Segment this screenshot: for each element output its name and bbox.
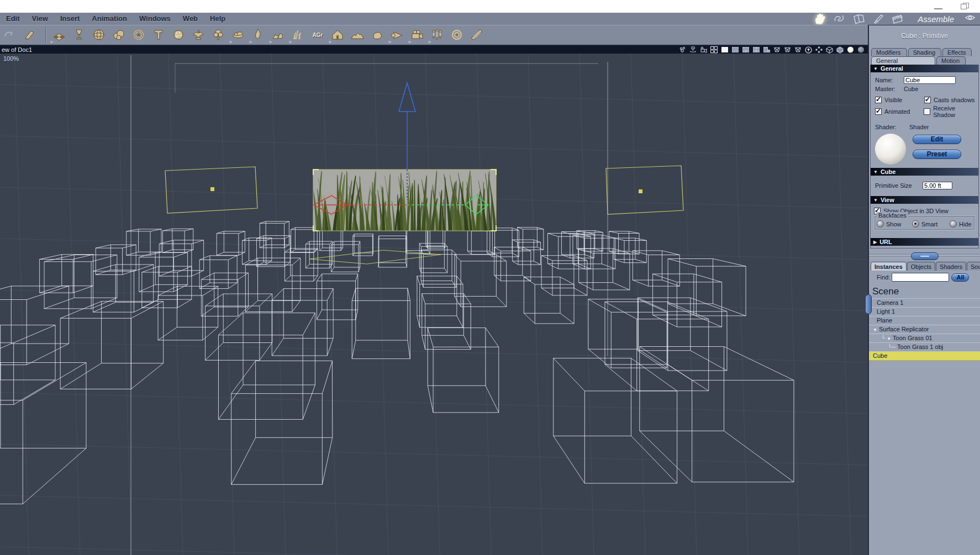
target-icon[interactable] [449,27,465,43]
cloud-icon[interactable]: ▹ [230,27,246,43]
storyboard-room-icon[interactable] [852,13,866,24]
layout-single-icon[interactable] [721,46,728,53]
backfaces-smart-radio[interactable] [912,220,919,228]
menu-insert[interactable]: Insert [54,13,86,25]
splitter-pill-handle[interactable] [911,252,939,260]
minimize-icon[interactable] [934,3,942,9]
backfaces-show-radio[interactable] [877,220,884,228]
tab-effects[interactable]: Effects [942,48,972,56]
sphere-icon[interactable] [91,27,107,43]
tree-item-toon-grass-01[interactable]: └ ▼Toon Grass 01 [869,334,980,343]
find-all-button[interactable]: All [951,273,969,282]
animated-checkbox[interactable] [875,108,882,115]
boulder-icon[interactable] [369,27,386,43]
preset-button[interactable]: Preset [913,150,961,159]
tree-item-plane[interactable]: Plane [869,316,980,325]
texture-room-icon[interactable] [871,13,886,24]
particle-emitter-icon[interactable] [170,27,187,43]
house-icon[interactable]: ▹ [329,27,346,43]
render-room-icon[interactable] [891,13,905,24]
bone-icon[interactable] [468,27,485,43]
name-input[interactable] [904,76,956,84]
shader-value: Shader [909,124,929,130]
section-url[interactable]: ▶ URL [871,238,978,246]
layout-3pane-icon[interactable] [742,46,749,53]
frustum-3-icon[interactable] [794,46,802,53]
terrain-icon[interactable] [349,27,366,43]
layout-lpane-icon[interactable] [763,46,770,53]
tree-item-camera1[interactable]: Camera 1 [869,299,980,308]
assemble-room-icon[interactable] [813,13,828,24]
tree-item-surface-replicator[interactable]: ▼Surface Replicator [869,325,980,334]
fire-icon[interactable]: ▹ [250,27,266,43]
orbit-icon[interactable] [815,46,823,53]
tab-modifiers[interactable]: Modifiers [871,48,907,56]
vertex-object-icon[interactable] [71,27,87,43]
tree-icon[interactable] [210,27,226,43]
tab-sounds[interactable]: Sounds [967,262,980,271]
frustum-2-icon[interactable] [784,46,791,53]
panel-splitter-handle[interactable] [865,294,872,314]
agr-plugin-icon[interactable]: AGr [309,27,326,43]
menu-web[interactable]: Web [177,13,204,25]
rock-icon[interactable]: ▹ [270,27,286,43]
fountain-icon[interactable] [190,27,207,43]
group-drop-icon[interactable]: ▹ [429,27,445,43]
section-cube[interactable]: ▼ Cube [871,168,978,176]
layout-4pane-icon[interactable] [752,46,760,53]
menu-view[interactable]: View [26,13,54,25]
panel-h-splitter [869,252,980,260]
edit-button[interactable]: Edit [913,135,961,144]
menu-edit[interactable]: Edit [0,13,26,25]
hierarchy-icon[interactable] [689,46,697,53]
menu-windows[interactable]: Windows [133,13,177,25]
mode-label: Assemble [918,14,954,24]
tab-objects[interactable]: Objects [907,262,935,271]
spotlight-icon[interactable]: ▹ [389,27,405,43]
position-tool-icon[interactable] [710,46,718,53]
visibility-eye-icon[interactable] [965,14,976,24]
textured-mode-icon[interactable] [857,46,865,53]
primitive-size-input[interactable] [923,182,952,189]
track-icon[interactable] [679,46,686,53]
find-input[interactable] [892,273,949,282]
backfaces-hide-radio[interactable] [950,220,957,228]
grass-icon[interactable]: ▹ [289,27,306,43]
undo-arrow-icon[interactable] [2,27,18,43]
receive-shadow-checkbox[interactable] [924,108,930,115]
metaball-icon[interactable] [110,27,127,43]
viewport-titlebar[interactable]: ew of Doc1 [0,45,868,54]
tree-item-cube[interactable]: Cube [869,352,980,361]
wireframe-mode-icon[interactable] [826,46,833,53]
layout-2pane-icon[interactable] [731,46,739,53]
tab-instances[interactable]: Instances [871,262,907,271]
floor-icon[interactable]: ▹ [51,27,67,43]
manipulate-icon[interactable] [22,27,38,43]
reset-view-icon[interactable] [805,46,812,53]
flat-mode-icon[interactable] [836,46,844,53]
tab-shading[interactable]: Shading [908,48,941,56]
camera-icon[interactable]: ▹ [409,27,425,43]
shader-label: Shader: [875,124,909,130]
casts-shadows-checkbox[interactable] [924,97,931,103]
camera-toggle-icon[interactable] [700,46,707,53]
model-room-icon[interactable] [833,13,847,24]
text-icon[interactable] [150,27,167,43]
visible-checkbox[interactable] [875,97,882,103]
section-general[interactable]: ▼ General [871,65,978,72]
scene-root-label[interactable]: Scene [872,286,980,297]
shader-preview-sphere[interactable] [875,134,906,165]
viewport-canvas[interactable] [0,53,868,555]
tab-motion[interactable]: Motion [936,56,966,65]
tab-general[interactable]: General [871,56,935,65]
frustum-1-icon[interactable] [773,46,781,53]
spline-ring-icon[interactable] [130,27,147,43]
tree-item-toon-grass-1-obj[interactable]: └─ Toon Grass 1 obj [869,343,980,352]
menu-animation[interactable]: Animation [86,13,133,25]
restore-icon[interactable] [961,3,969,9]
section-view[interactable]: ▼ View [871,196,978,204]
tab-shaders[interactable]: Shaders [936,262,966,271]
tree-item-light1[interactable]: Light 1 [869,308,980,316]
menu-help[interactable]: Help [204,13,231,25]
shaded-mode-icon[interactable] [847,46,854,53]
